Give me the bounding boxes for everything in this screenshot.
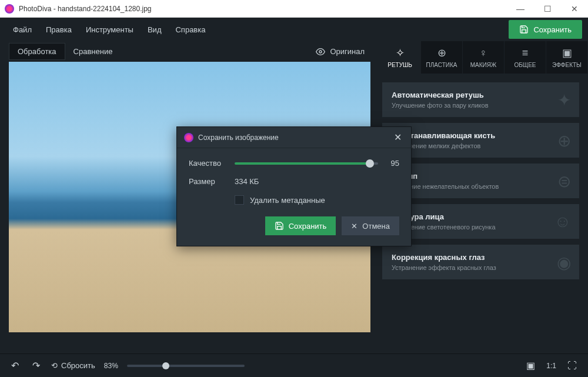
dialog-titlebar: Сохранить изображение ✕ [177, 127, 411, 148]
save-icon [519, 25, 529, 34]
undo-button[interactable]: ↶ [9, 358, 21, 373]
menu-help[interactable]: Справка [168, 25, 212, 34]
save-dialog: Сохранить изображение ✕ Качество 95 Разм… [176, 126, 412, 246]
reset-button[interactable]: ⟲ Сбросить [51, 361, 95, 370]
original-label: Оригинал [330, 47, 365, 56]
original-button[interactable]: Оригинал [310, 44, 370, 60]
panel-face-texture[interactable]: Фактура лицаУлучшение светотеневого рису… [382, 204, 579, 239]
dialog-cancel-label: Отмена [362, 222, 390, 231]
save-button-label: Сохранить [533, 25, 572, 34]
general-icon: ≡ [522, 47, 529, 59]
zoom-slider[interactable] [127, 365, 245, 367]
dialog-close-button[interactable]: ✕ [392, 129, 404, 145]
window-titlebar: PhotoDiva - handstand-2224104_1280.jpg —… [0, 0, 588, 18]
quality-row: Качество 95 [189, 159, 399, 168]
sparkle-icon: ✦ [557, 90, 571, 109]
reset-icon: ⟲ [51, 361, 58, 370]
size-value: 334 КБ [235, 177, 259, 186]
eye-icon [316, 47, 325, 56]
fullscreen-button[interactable]: ⛶ [565, 358, 579, 373]
face-icon: ☺ [554, 212, 571, 231]
dialog-buttons: Сохранить ✕ Отмена [189, 216, 399, 235]
quality-label: Качество [189, 159, 235, 168]
zoom-value: 83% [104, 362, 118, 370]
quality-slider[interactable] [235, 162, 378, 165]
window-maximize-button[interactable]: ☐ [534, 0, 561, 18]
dialog-cancel-button[interactable]: ✕ Отмена [342, 216, 399, 235]
window-title: PhotoDiva - handstand-2224104_1280.jpg [19, 5, 507, 13]
panel-red-eye[interactable]: Коррекция красных глазУстранение эффекта… [382, 245, 579, 279]
menu-view[interactable]: Вид [141, 25, 169, 34]
plastic-icon: ⊕ [437, 46, 446, 59]
dialog-logo-icon [184, 133, 193, 142]
panel-stamp[interactable]: ШтампУдаление нежелательных объектов⊜ [382, 164, 579, 198]
size-label: Размер [189, 177, 235, 186]
left-toolbar: Обработка Сравнение Оригинал [0, 41, 379, 62]
app-body: Файл Правка Инструменты Вид Справка Сохр… [0, 18, 588, 377]
app-logo-icon [5, 4, 14, 14]
tooltab-general[interactable]: ≡ОБЩЕЕ [505, 41, 546, 74]
tab-process[interactable]: Обработка [9, 43, 65, 60]
eye-icon: ◉ [557, 252, 571, 272]
dialog-save-label: Сохранить [289, 222, 327, 231]
ratio-label[interactable]: 1:1 [546, 362, 556, 370]
tab-compare[interactable]: Сравнение [65, 44, 121, 59]
menu-file[interactable]: Файл [6, 25, 39, 34]
window-minimize-button[interactable]: — [507, 0, 534, 18]
dialog-save-button[interactable]: Сохранить [265, 216, 336, 235]
tooltab-retouch[interactable]: ✧РЕТУШЬ [379, 41, 421, 74]
tooltab-effects[interactable]: ▣ЭФФЕКТЫ [546, 41, 588, 74]
window-close-button[interactable]: ✕ [561, 0, 588, 18]
dialog-body: Качество 95 Размер 334 КБ Удалить метада… [177, 148, 411, 246]
save-button[interactable]: Сохранить [509, 20, 582, 39]
delete-meta-label: Удалить метаданные [250, 196, 325, 205]
stamp-icon: ⊜ [557, 171, 571, 191]
menubar: Файл Правка Инструменты Вид Справка Сохр… [0, 18, 588, 41]
bottom-bar: ↶ ↷ ⟲ Сбросить 83% ▣ 1:1 ⛶ [0, 353, 588, 377]
makeup-icon: ♀ [479, 47, 487, 59]
delete-meta-checkbox[interactable] [235, 195, 244, 205]
dialog-title: Сохранить изображение [198, 134, 392, 142]
zoom-slider-thumb[interactable] [162, 362, 169, 369]
close-icon: ✕ [351, 222, 358, 231]
retouch-icon: ✧ [396, 46, 405, 59]
size-row: Размер 334 КБ [189, 177, 399, 186]
redo-button[interactable]: ↷ [30, 358, 42, 373]
effects-icon: ▣ [562, 46, 572, 59]
svg-point-0 [319, 51, 322, 53]
tooltab-plastic[interactable]: ⊕ПЛАСТИКА [421, 41, 463, 74]
menu-edit[interactable]: Правка [39, 25, 79, 34]
menu-tools[interactable]: Инструменты [79, 25, 141, 34]
quality-slider-thumb[interactable] [366, 159, 374, 168]
panel-healing-brush[interactable]: Восстанавливающая кистьУстранение мелких… [382, 123, 579, 158]
save-icon [275, 221, 284, 231]
tool-tabs: ✧РЕТУШЬ ⊕ПЛАСТИКА ♀МАКИЯЖ ≡ОБЩЕЕ ▣ЭФФЕКТ… [379, 41, 588, 74]
panel-auto-retouch[interactable]: Автоматическая ретушьУлучшение фото за п… [382, 82, 579, 117]
fit-button[interactable]: ▣ [524, 358, 537, 373]
quality-value: 95 [385, 159, 399, 168]
reset-label: Сбросить [61, 361, 95, 370]
delete-meta-row: Удалить метаданные [235, 195, 399, 205]
bandage-icon: ⊕ [557, 131, 571, 150]
tooltab-makeup[interactable]: ♀МАКИЯЖ [463, 41, 505, 74]
